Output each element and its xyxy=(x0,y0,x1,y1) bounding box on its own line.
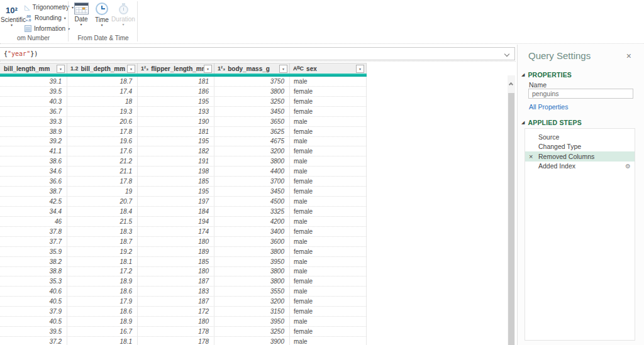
filter-button[interactable]: ▾ xyxy=(127,65,135,73)
cell-sex[interactable]: female xyxy=(290,97,367,106)
cell-flipper-length-mm[interactable]: 183 xyxy=(138,287,214,296)
close-icon[interactable]: × xyxy=(626,51,631,61)
trigonometry-button[interactable]: ◺ Trigonometry ▾ xyxy=(23,2,75,13)
cell-flipper-length-mm[interactable]: 181 xyxy=(138,77,214,86)
cell-sex[interactable]: male xyxy=(290,167,367,176)
table-row[interactable]: 35.9 19.2 189 3800 female xyxy=(0,247,367,257)
cell-bill-length-mm[interactable]: 41.1 xyxy=(0,146,67,156)
table-row[interactable]: 39.3 20.6 190 3650 male xyxy=(0,117,367,127)
cell-bill-length-mm[interactable]: 40.3 xyxy=(0,97,67,106)
cell-flipper-length-mm[interactable]: 178 xyxy=(138,327,214,336)
cell-bill-length-mm[interactable]: 38.7 xyxy=(0,187,67,196)
cell-bill-length-mm[interactable]: 37.7 xyxy=(0,237,67,246)
cell-bill-length-mm[interactable]: 37.8 xyxy=(0,227,67,236)
cell-bill-length-mm[interactable]: 37.2 xyxy=(0,337,67,345)
cell-flipper-length-mm[interactable]: 191 xyxy=(138,156,214,166)
table-row[interactable]: 39.2 19.6 195 4675 male xyxy=(0,137,367,147)
cell-flipper-length-mm[interactable]: 185 xyxy=(138,257,214,266)
cell-sex[interactable]: male xyxy=(290,137,367,146)
cell-body-mass-g[interactable]: 3800 xyxy=(214,267,290,277)
cell-sex[interactable]: female xyxy=(290,307,367,316)
cell-bill-length-mm[interactable]: 35.9 xyxy=(0,247,67,256)
cell-flipper-length-mm[interactable]: 174 xyxy=(138,227,214,236)
table-row[interactable]: 35.3 18.9 187 3800 female xyxy=(0,277,367,287)
cell-body-mass-g[interactable]: 3650 xyxy=(214,117,290,126)
cell-body-mass-g[interactable]: 3800 xyxy=(214,247,290,256)
cell-bill-length-mm[interactable]: 35.3 xyxy=(0,277,67,286)
table-row[interactable]: 39.1 18.7 181 3750 male xyxy=(0,77,367,87)
cell-flipper-length-mm[interactable]: 178 xyxy=(138,337,214,345)
applied-step-removed-columns[interactable]: × Removed Columns xyxy=(525,151,635,162)
cell-sex[interactable]: female xyxy=(290,187,367,196)
cell-sex[interactable]: female xyxy=(290,207,367,216)
applied-step-added-index[interactable]: Added Index ⚙ xyxy=(525,162,635,172)
cell-body-mass-g[interactable]: 3200 xyxy=(214,146,290,156)
cell-bill-depth-mm[interactable]: 17.4 xyxy=(67,87,138,96)
cell-sex[interactable]: male xyxy=(290,337,367,345)
cell-bill-depth-mm[interactable]: 18.7 xyxy=(67,77,138,86)
cell-flipper-length-mm[interactable]: 195 xyxy=(138,97,214,106)
cell-bill-length-mm[interactable]: 34.4 xyxy=(0,207,67,216)
cell-bill-length-mm[interactable]: 40.5 xyxy=(0,297,67,306)
cell-flipper-length-mm[interactable]: 190 xyxy=(138,117,214,126)
table-row[interactable]: 40.5 18.9 180 3950 male xyxy=(0,317,367,327)
column-header-bill-length-mm[interactable]: bill_length_mm ▾ xyxy=(0,63,67,74)
table-row[interactable]: 37.9 18.6 172 3150 female xyxy=(0,307,367,317)
cell-bill-depth-mm[interactable]: 19.3 xyxy=(67,107,138,116)
cell-sex[interactable]: female xyxy=(290,127,367,136)
cell-bill-depth-mm[interactable]: 18.1 xyxy=(67,257,138,266)
table-row[interactable]: 40.6 18.6 183 3550 male xyxy=(0,287,367,297)
table-row[interactable]: 38.6 21.2 191 3800 male xyxy=(0,156,367,167)
table-row[interactable]: 39.5 17.4 186 3800 female xyxy=(0,87,367,97)
table-row[interactable]: 42.5 20.7 197 4500 male xyxy=(0,197,367,207)
cell-flipper-length-mm[interactable]: 195 xyxy=(138,187,214,196)
cell-sex[interactable]: female xyxy=(290,277,367,286)
applied-steps-section-header[interactable]: ◢ APPLIED STEPS xyxy=(521,119,582,126)
cell-bill-depth-mm[interactable]: 18.9 xyxy=(67,277,138,286)
query-name-input[interactable] xyxy=(528,89,633,99)
column-header-body-mass-g[interactable]: 1²₃ body_mass_g ▾ xyxy=(214,63,290,74)
cell-bill-length-mm[interactable]: 39.2 xyxy=(0,137,67,146)
cell-bill-length-mm[interactable]: 38.2 xyxy=(0,257,67,266)
cell-body-mass-g[interactable]: 3400 xyxy=(214,227,290,236)
cell-bill-depth-mm[interactable]: 16.7 xyxy=(67,327,138,336)
cell-body-mass-g[interactable]: 3250 xyxy=(214,327,290,336)
table-row[interactable]: 46 21.5 194 4200 male xyxy=(0,217,367,227)
cell-bill-depth-mm[interactable]: 19.2 xyxy=(67,247,138,256)
cell-bill-depth-mm[interactable]: 19 xyxy=(67,187,138,196)
cell-sex[interactable]: female xyxy=(290,297,367,306)
cell-bill-depth-mm[interactable]: 18.4 xyxy=(67,207,138,216)
table-row[interactable]: 37.7 18.7 180 3600 male xyxy=(0,237,367,247)
scientific-button[interactable]: 10² Scientific ▾ xyxy=(1,2,23,33)
cell-bill-depth-mm[interactable]: 17.9 xyxy=(67,297,138,306)
table-row[interactable]: 38.9 17.8 181 3625 female xyxy=(0,127,367,137)
cell-bill-depth-mm[interactable]: 18 xyxy=(67,97,138,106)
cell-flipper-length-mm[interactable]: 181 xyxy=(138,127,214,136)
cell-flipper-length-mm[interactable]: 187 xyxy=(138,297,214,306)
cell-bill-length-mm[interactable]: 34.6 xyxy=(0,167,67,176)
cell-sex[interactable]: female xyxy=(290,247,367,256)
cell-sex[interactable]: male xyxy=(290,217,367,226)
cell-body-mass-g[interactable]: 3150 xyxy=(214,307,290,316)
cell-body-mass-g[interactable]: 3625 xyxy=(214,127,290,136)
date-button[interactable]: Date ▾ xyxy=(70,3,92,26)
cell-flipper-length-mm[interactable]: 186 xyxy=(138,87,214,96)
cell-sex[interactable]: male xyxy=(290,287,367,296)
cell-bill-depth-mm[interactable]: 18.6 xyxy=(67,307,138,316)
scrollbar-thumb[interactable] xyxy=(508,93,514,345)
cell-flipper-length-mm[interactable]: 180 xyxy=(138,237,214,246)
gear-icon[interactable]: ⚙ xyxy=(625,163,631,170)
cell-flipper-length-mm[interactable]: 195 xyxy=(138,137,214,146)
cell-bill-length-mm[interactable]: 37.9 xyxy=(0,307,67,316)
cell-body-mass-g[interactable]: 4400 xyxy=(214,167,290,176)
cell-flipper-length-mm[interactable]: 197 xyxy=(138,197,214,206)
cell-bill-length-mm[interactable]: 36.6 xyxy=(0,177,67,186)
cell-bill-length-mm[interactable]: 46 xyxy=(0,217,67,226)
cell-sex[interactable]: male xyxy=(290,117,367,126)
cell-sex[interactable]: male xyxy=(290,317,367,326)
cell-body-mass-g[interactable]: 3550 xyxy=(214,287,290,296)
cell-body-mass-g[interactable]: 4675 xyxy=(214,137,290,146)
table-row[interactable]: 40.3 18 195 3250 female xyxy=(0,97,367,107)
cell-bill-depth-mm[interactable]: 21.1 xyxy=(67,167,138,176)
cell-body-mass-g[interactable]: 3325 xyxy=(214,207,290,216)
